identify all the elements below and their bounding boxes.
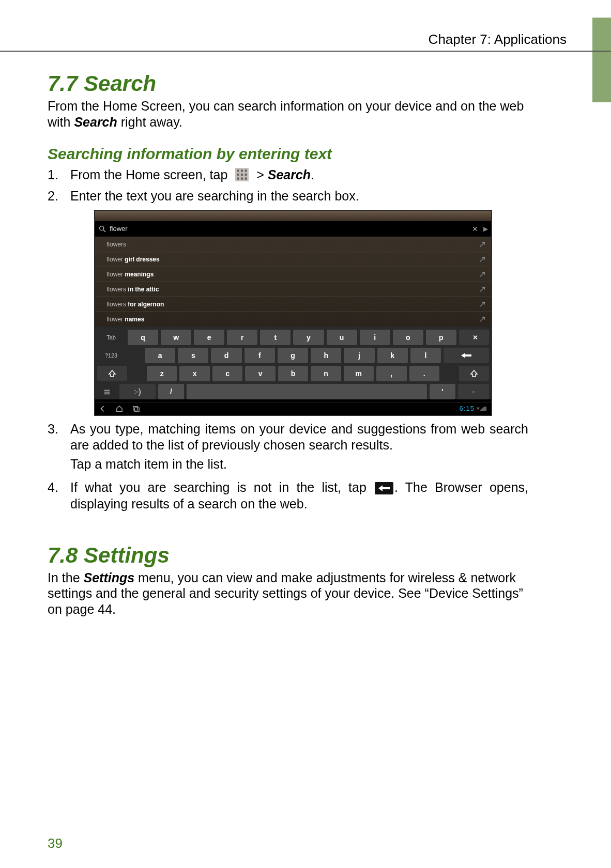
embedded-screenshot: flower ✕ ▶ flowers flower girl dresses f… [94,210,492,416]
clock: 6:15 [460,405,475,412]
insert-icon[interactable] [479,316,486,323]
key-emoji[interactable]: :-) [119,384,156,399]
suggestion-item[interactable]: flowers [95,237,491,252]
subsection-heading: Searching information by entering text [48,145,528,163]
key-enter[interactable] [444,348,489,363]
key[interactable]: v [245,366,275,381]
step-number: 4. [48,479,70,512]
key[interactable]: e [194,330,224,345]
insert-icon[interactable] [479,271,486,278]
suggestion-item[interactable]: flowers for algernon [95,297,491,312]
page-number: 39 [48,835,63,851]
key[interactable]: d [211,348,241,363]
key[interactable]: k [377,348,408,363]
section-heading-settings: 7.8 Settings [48,543,528,568]
key-space[interactable] [187,384,427,399]
key[interactable]: b [278,366,308,381]
key[interactable]: z [147,366,177,381]
suggestion-item[interactable]: flowers in the attic [95,282,491,297]
key[interactable]: j [344,348,374,363]
header-rule [0,51,611,52]
step-subtext: Tap a match item in the list. [70,456,528,472]
key-settings[interactable] [97,384,117,399]
step-text: From the Home screen, tap [70,167,231,182]
back-icon[interactable] [99,405,106,412]
key-slash[interactable]: / [158,384,184,399]
key[interactable]: w [161,330,191,345]
key[interactable]: c [212,366,242,381]
key[interactable]: l [410,348,441,363]
key-tab[interactable]: Tab [97,330,125,345]
key[interactable]: , [376,366,406,381]
text: In the [48,570,84,585]
key[interactable]: r [227,330,257,345]
ss-search-bar[interactable]: flower ✕ ▶ [95,221,491,237]
svg-rect-8 [241,177,243,179]
key-shift-left[interactable] [97,366,127,381]
recents-icon[interactable] [132,405,140,412]
key[interactable]: p [426,330,456,345]
key[interactable]: g [278,348,308,363]
svg-rect-14 [104,393,110,394]
step-em: Search [268,167,311,182]
home-icon[interactable] [116,405,123,412]
step-4: 4. If what you are searching is not in t… [48,479,528,512]
key[interactable]: q [128,330,158,345]
step-text: If what you are searching is not in the … [70,480,374,494]
svg-rect-5 [241,174,243,176]
key[interactable]: o [393,330,423,345]
chapter-label: Chapter 7: Applications [429,32,567,48]
insert-icon[interactable] [479,286,486,293]
settings-paragraph: In the Settings menu, you can view and m… [48,570,528,617]
key[interactable]: . [409,366,439,381]
insert-icon[interactable] [479,256,486,263]
insert-icon[interactable] [479,241,486,248]
key[interactable]: h [311,348,341,363]
ss-top-banner [95,211,491,221]
ss-keyboard: Tab q w e r t y u i o p ?123 a s d f g [95,327,491,399]
suggestion-item[interactable]: flower girl dresses [95,252,491,267]
svg-rect-16 [134,408,139,411]
step-number: 1. [48,167,70,183]
chevron-right-icon[interactable]: ▶ [483,225,488,233]
key[interactable]: x [179,366,209,381]
key[interactable]: m [344,366,374,381]
key-shift-right[interactable] [459,366,489,381]
key[interactable]: y [293,330,324,345]
key-backspace[interactable] [459,330,489,345]
section-intro: From the Home Screen, you can search inf… [48,98,528,130]
svg-point-10 [100,226,104,230]
step-text: As you type, matching items on your devi… [70,421,528,454]
edge-tab [592,18,611,102]
svg-rect-1 [237,169,239,172]
ss-navbar: 6:15 ▾◢▮ [95,402,491,415]
svg-rect-12 [104,390,110,391]
key[interactable]: s [178,348,208,363]
enter-key-icon [375,482,393,494]
key[interactable]: n [311,366,341,381]
key[interactable]: t [260,330,291,345]
svg-rect-15 [133,406,138,410]
svg-rect-4 [237,174,239,176]
insert-icon[interactable] [479,301,486,308]
suggestion-item[interactable]: flower names [95,312,491,327]
key-symbols[interactable]: ?123 [97,348,125,363]
suggestion-item[interactable]: flower meanings [95,267,491,282]
svg-rect-3 [245,169,247,172]
key-apostrophe[interactable]: ' [430,384,455,399]
svg-rect-6 [245,174,247,176]
step-number: 3. [48,421,70,473]
search-input[interactable]: flower [110,225,467,233]
key[interactable]: i [360,330,390,345]
key[interactable]: a [145,348,175,363]
key[interactable]: u [327,330,357,345]
clear-icon[interactable]: ✕ [472,225,478,233]
step-text: Enter the text you are searching in the … [70,188,528,204]
key-dash[interactable]: - [458,384,489,399]
step-2: 2. Enter the text you are searching in t… [48,188,528,204]
apps-grid-icon [235,168,249,181]
text-em: Settings [84,570,135,585]
key[interactable]: f [245,348,275,363]
step-number: 2. [48,188,70,204]
search-icon [98,225,106,233]
